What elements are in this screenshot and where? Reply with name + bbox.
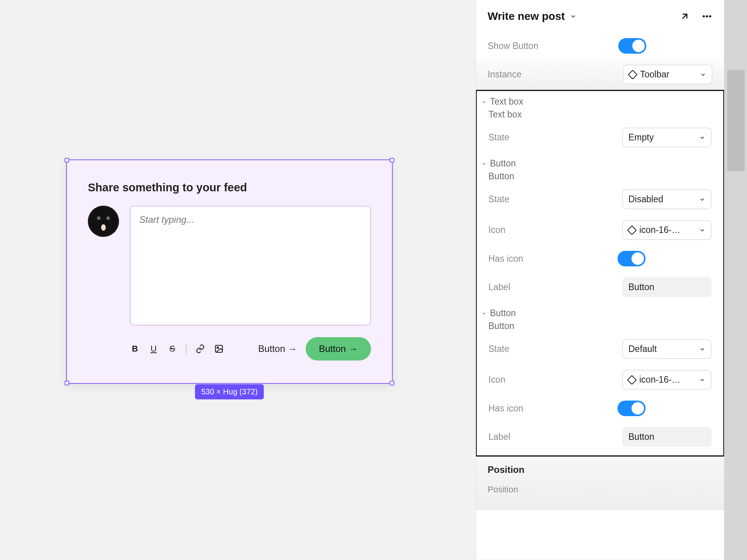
- prop-button2-state: State Default: [477, 334, 723, 364]
- chevron-down-icon: [699, 135, 705, 141]
- button1-label-input[interactable]: Button: [622, 277, 712, 297]
- button2-icon-value: icon-16-…: [639, 374, 681, 385]
- nested-properties-panel: Text box Text box State Empty Button But…: [476, 90, 724, 457]
- prop-button2-icon: Icon icon-16-…: [477, 364, 723, 395]
- underline-icon[interactable]: U: [149, 344, 159, 354]
- svg-point-1: [217, 347, 219, 348]
- primary-button-label: Button →: [319, 343, 358, 354]
- prop-label-b2-label: Label: [488, 432, 614, 442]
- group-button2-child: Button: [477, 318, 723, 334]
- group-button-1[interactable]: Button: [477, 153, 723, 169]
- instance-select-value: Toolbar: [640, 69, 669, 80]
- textbox-state-select[interactable]: Empty: [622, 128, 712, 147]
- card-title: Share something to your feed: [88, 181, 371, 194]
- chevron-down-icon: [699, 196, 705, 203]
- inspector-panel: Write new post Show Button Instance Tool…: [476, 0, 724, 560]
- prop-label-show-button: Show Button: [488, 41, 611, 51]
- button2-label-input[interactable]: Button: [622, 427, 712, 447]
- chevron-down-icon: [699, 377, 705, 383]
- format-icons: B U S: [130, 344, 224, 354]
- group-textbox-child: Text box: [477, 107, 723, 122]
- component-icon: [628, 70, 637, 79]
- secondary-button[interactable]: Button →: [258, 343, 297, 354]
- button1-hasicon-toggle[interactable]: [618, 251, 646, 266]
- svg-point-4: [709, 15, 711, 18]
- position-sub-label: Position: [488, 485, 712, 495]
- image-icon[interactable]: [214, 344, 224, 354]
- selected-frame[interactable]: Share something to your feed Start typin…: [66, 159, 393, 384]
- avatar: [88, 206, 119, 237]
- prop-button2-hasicon: Has icon: [477, 395, 723, 422]
- prop-label-instance: Instance: [488, 69, 615, 80]
- prop-label-b1-state: State: [488, 194, 614, 205]
- position-section-title: Position: [488, 464, 712, 475]
- component-icon: [627, 225, 637, 235]
- prop-label-b1-label: Label: [488, 282, 614, 292]
- chevron-down-icon: [481, 311, 487, 316]
- selection-size-badge: 530 × Hug (372): [195, 384, 264, 399]
- chevron-down-icon: [699, 227, 705, 233]
- open-external-icon[interactable]: [680, 11, 690, 21]
- link-icon[interactable]: [195, 344, 205, 354]
- group-button1-title: Button: [490, 158, 516, 169]
- component-icon: [627, 375, 637, 385]
- prop-button1-label: Label Button: [477, 272, 723, 303]
- svg-point-2: [703, 15, 705, 18]
- button2-hasicon-toggle[interactable]: [618, 401, 646, 416]
- selection-handle-bottom-right[interactable]: [390, 381, 394, 385]
- chevron-down-icon: [700, 72, 706, 78]
- prop-button1-hasicon: Has icon: [477, 245, 723, 272]
- toolbar-separator: [186, 344, 187, 354]
- button2-icon-select[interactable]: icon-16-…: [622, 370, 712, 390]
- prop-button2-label: Label Button: [477, 422, 723, 455]
- instance-select[interactable]: Toolbar: [623, 65, 712, 84]
- group-button2-title: Button: [490, 308, 516, 318]
- prop-button1-icon: Icon icon-16-…: [477, 215, 723, 245]
- prop-instance: Instance Toolbar: [476, 59, 724, 90]
- bold-icon[interactable]: B: [130, 344, 140, 354]
- chevron-down-icon[interactable]: [570, 13, 577, 20]
- group-button1-child: Button: [477, 169, 723, 184]
- chevron-down-icon: [481, 161, 487, 166]
- button2-state-value: Default: [628, 344, 657, 354]
- svg-point-3: [706, 15, 708, 18]
- selection-handle-top-left[interactable]: [65, 158, 69, 163]
- secondary-button-label: Button →: [258, 343, 297, 354]
- group-button-2[interactable]: Button: [477, 303, 723, 318]
- prop-show-button: Show Button: [476, 33, 724, 59]
- scrollbar-track[interactable]: [724, 0, 747, 560]
- compose-row: Start typing...: [88, 206, 371, 326]
- button1-icon-value: icon-16-…: [639, 225, 681, 235]
- group-textbox-title: Text box: [490, 96, 523, 107]
- prop-label-b1-icon: Icon: [488, 225, 614, 235]
- post-text-input[interactable]: Start typing...: [130, 206, 371, 326]
- chevron-down-icon: [481, 99, 487, 105]
- selection-handle-bottom-left[interactable]: [65, 381, 69, 385]
- group-textbox[interactable]: Text box: [477, 91, 723, 107]
- more-icon[interactable]: [702, 11, 712, 22]
- show-button-toggle[interactable]: [618, 38, 646, 54]
- prop-label-textbox-state: State: [488, 132, 614, 143]
- card-content: Share something to your feed Start typin…: [67, 160, 392, 376]
- chevron-down-icon: [699, 346, 705, 352]
- strikethrough-icon[interactable]: S: [167, 344, 177, 354]
- button1-state-select[interactable]: Disabled: [622, 189, 712, 209]
- prop-label-b2-state: State: [488, 344, 614, 354]
- button1-icon-select[interactable]: icon-16-…: [622, 220, 712, 240]
- prop-label-b2-hasicon: Has icon: [488, 403, 610, 414]
- primary-button[interactable]: Button →: [306, 337, 371, 360]
- prop-label-b2-icon: Icon: [488, 374, 614, 385]
- prop-label-b1-hasicon: Has icon: [488, 254, 610, 264]
- button2-state-select[interactable]: Default: [622, 339, 712, 359]
- prop-button1-state: State Disabled: [477, 184, 723, 215]
- prop-textbox-state: State Empty: [477, 122, 723, 153]
- inspector-title: Write new post: [488, 10, 565, 23]
- textbox-state-value: Empty: [628, 132, 654, 143]
- button1-state-value: Disabled: [628, 194, 663, 205]
- position-section: Position Position: [476, 457, 724, 510]
- selection-handle-top-right[interactable]: [390, 158, 394, 163]
- format-toolbar: B U S Button → Button →: [88, 337, 371, 360]
- inspector-header: Write new post: [476, 0, 724, 33]
